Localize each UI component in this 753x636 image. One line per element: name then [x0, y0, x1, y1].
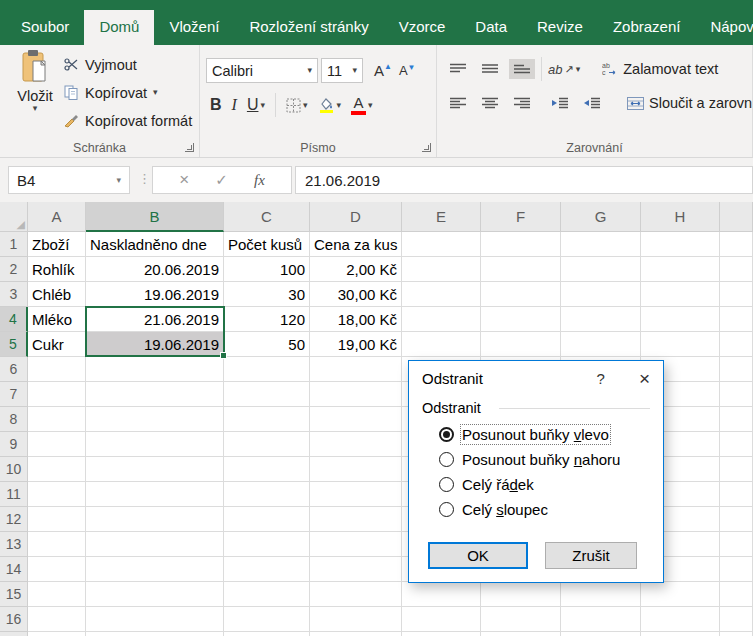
cell-C3[interactable]: 30	[224, 282, 310, 307]
radio-icon[interactable]	[439, 477, 454, 492]
cell-partial2[interactable]	[720, 257, 753, 282]
row-header-5[interactable]: 5	[0, 332, 28, 357]
align-left-button[interactable]	[445, 93, 471, 113]
bold-button[interactable]: B	[210, 96, 222, 114]
cell-C4[interactable]: 120	[224, 307, 310, 332]
dialog-title-bar[interactable]: Odstranit ? ×	[409, 361, 663, 395]
cell-D4[interactable]: 18,00 Kč	[310, 307, 402, 332]
tab-vložení[interactable]: Vložení	[154, 10, 234, 45]
cell-A3[interactable]: Chléb	[28, 282, 86, 307]
select-all-corner[interactable]: ◢	[0, 202, 28, 232]
cell-F3[interactable]	[481, 282, 561, 307]
cell-partial4[interactable]	[720, 307, 753, 332]
delete-option-4[interactable]: Celý sloupec	[439, 497, 620, 522]
copy-button[interactable]: Kopírovat ▾	[64, 82, 192, 103]
cell-B6[interactable]	[86, 357, 224, 382]
cell-partial6[interactable]	[720, 357, 753, 382]
cell-C9[interactable]	[224, 432, 310, 457]
column-header-C[interactable]: C	[224, 202, 310, 232]
cell-H16[interactable]	[641, 607, 720, 632]
cell-A10[interactable]	[28, 457, 86, 482]
row-header-4[interactable]: 4	[0, 307, 28, 332]
row-header-13[interactable]: 13	[0, 532, 28, 557]
cell-F2[interactable]	[481, 257, 561, 282]
cell-A15[interactable]	[28, 582, 86, 607]
align-right-button[interactable]	[509, 93, 535, 113]
row-header-10[interactable]: 10	[0, 457, 28, 482]
cell-D9[interactable]	[310, 432, 402, 457]
cell-C12[interactable]	[224, 507, 310, 532]
cell-A14[interactable]	[28, 557, 86, 582]
cell-F15[interactable]	[481, 582, 561, 607]
column-header-partial[interactable]	[720, 202, 753, 232]
align-top-button[interactable]	[445, 59, 471, 79]
font-size-combo[interactable]: 11 ▾	[321, 58, 363, 83]
cell-D13[interactable]	[310, 532, 402, 557]
cell-A6[interactable]	[28, 357, 86, 382]
cell-E1[interactable]	[402, 232, 481, 257]
column-header-G[interactable]: G	[561, 202, 641, 232]
cell-B4[interactable]: 21.06.2019	[86, 307, 224, 332]
row-header-16[interactable]: 16	[0, 607, 28, 632]
format-painter-button[interactable]: Kopírovat formát	[64, 110, 192, 131]
increase-indent-button[interactable]	[579, 93, 605, 113]
cell-partial8[interactable]	[720, 407, 753, 432]
cell-H15[interactable]	[641, 582, 720, 607]
cell-D16[interactable]	[310, 607, 402, 632]
cell-G1[interactable]	[561, 232, 641, 257]
cell-partial11[interactable]	[720, 482, 753, 507]
cell-A7[interactable]	[28, 382, 86, 407]
cell-partial3[interactable]	[720, 282, 753, 307]
row-header-15[interactable]: 15	[0, 582, 28, 607]
cell-A16[interactable]	[28, 607, 86, 632]
cell-B12[interactable]	[86, 507, 224, 532]
cell-C1[interactable]: Počet kusů	[224, 232, 310, 257]
cell-B9[interactable]	[86, 432, 224, 457]
tab-rozložení stránky[interactable]: Rozložení stránky	[234, 10, 383, 45]
cell-partial5[interactable]	[720, 332, 753, 357]
cell-B11[interactable]	[86, 482, 224, 507]
column-header-D[interactable]: D	[310, 202, 402, 232]
row-header-3[interactable]: 3	[0, 282, 28, 307]
align-center-button[interactable]	[477, 93, 503, 113]
tab-revize[interactable]: Revize	[522, 10, 598, 45]
cell-F4[interactable]	[481, 307, 561, 332]
row-header-2[interactable]: 2	[0, 257, 28, 282]
cell-A8[interactable]	[28, 407, 86, 432]
cell-D8[interactable]	[310, 407, 402, 432]
tab-soubor[interactable]: Soubor	[6, 10, 84, 45]
cell-H2[interactable]	[641, 257, 720, 282]
formula-input[interactable]: 21.06.2019	[295, 166, 753, 194]
cell-D5[interactable]: 19,00 Kč	[310, 332, 402, 357]
row-header-11[interactable]: 11	[0, 482, 28, 507]
cell-G15[interactable]	[561, 582, 641, 607]
borders-button[interactable]: ▾	[286, 98, 308, 113]
cell-E3[interactable]	[402, 282, 481, 307]
grow-font-button[interactable]: A▲	[372, 62, 394, 79]
cell-A4[interactable]: Mléko	[28, 307, 86, 332]
column-header-H[interactable]: H	[641, 202, 720, 232]
column-header-E[interactable]: E	[402, 202, 481, 232]
cell-C11[interactable]	[224, 482, 310, 507]
cell-G16[interactable]	[561, 607, 641, 632]
orientation-button[interactable]: ab ↗ ▾	[548, 62, 580, 77]
cell-B10[interactable]	[86, 457, 224, 482]
cell-C10[interactable]	[224, 457, 310, 482]
cell-partial16[interactable]	[720, 607, 753, 632]
cell-D12[interactable]	[310, 507, 402, 532]
italic-button[interactable]: I	[232, 96, 237, 114]
cell-C16[interactable]	[224, 607, 310, 632]
ok-button[interactable]: OK	[428, 542, 528, 569]
cell-A2[interactable]: Rohlík	[28, 257, 86, 282]
cancel-entry-icon[interactable]: ×	[179, 170, 189, 190]
row-header-7[interactable]: 7	[0, 382, 28, 407]
wrap-text-button[interactable]: ab c Zalamovat text	[602, 61, 718, 77]
cell-partial13[interactable]	[720, 532, 753, 557]
radio-icon[interactable]	[439, 452, 454, 467]
fill-handle[interactable]	[220, 352, 227, 359]
cell-H17[interactable]	[641, 632, 720, 636]
cell-D2[interactable]: 2,00 Kč	[310, 257, 402, 282]
cell-G5[interactable]	[561, 332, 641, 357]
row-header-17[interactable]: 17	[0, 632, 28, 636]
cell-E16[interactable]	[402, 607, 481, 632]
